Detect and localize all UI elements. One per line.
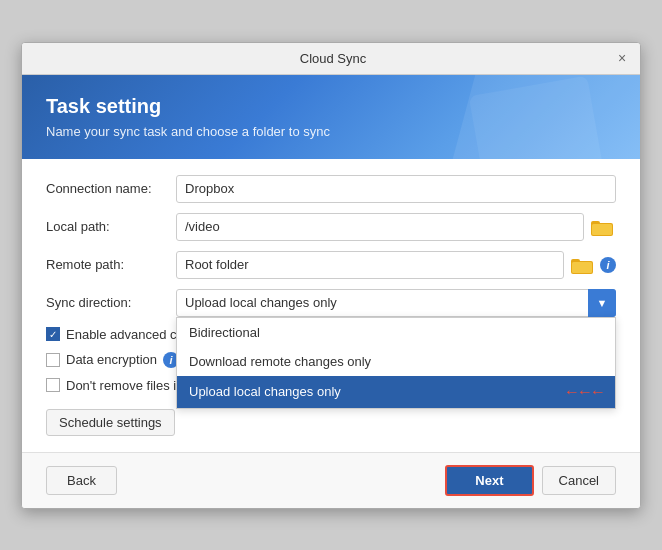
remote-path-field: i <box>176 251 616 279</box>
header-title: Task setting <box>46 95 616 118</box>
back-button[interactable]: Back <box>46 466 117 495</box>
cloud-sync-window: Cloud Sync × Task setting Name your sync… <box>21 42 641 509</box>
chevron-down-icon[interactable]: ▼ <box>588 289 616 317</box>
dropdown-option-upload-only[interactable]: Upload local changes only ←←← <box>177 376 615 408</box>
local-path-row: Local path: <box>46 213 616 241</box>
footer-right-buttons: Next Cancel <box>445 465 616 496</box>
remote-path-row: Remote path: i <box>46 251 616 279</box>
connection-name-row: Connection name: <box>46 175 616 203</box>
close-icon[interactable]: × <box>614 50 630 66</box>
dropdown-option-bidirectional[interactable]: Bidirectional <box>177 318 615 347</box>
remote-path-info-icon[interactable]: i <box>600 257 616 273</box>
connection-name-label: Connection name: <box>46 181 176 196</box>
sync-direction-label: Sync direction: <box>46 295 176 310</box>
svg-rect-5 <box>572 262 592 273</box>
data-encryption-label: Data encryption <box>66 352 157 367</box>
sync-direction-field: Upload local changes only ▼ Bidirectiona… <box>176 289 616 317</box>
data-encryption-checkbox[interactable] <box>46 353 60 367</box>
cancel-button[interactable]: Cancel <box>542 466 616 495</box>
footer: Back Next Cancel <box>22 452 640 508</box>
header-subtitle: Name your sync task and choose a folder … <box>46 124 616 139</box>
sync-direction-dropdown: Bidirectional Download remote changes on… <box>176 317 616 409</box>
remote-path-input[interactable] <box>176 251 564 279</box>
dropdown-option-download-only[interactable]: Download remote changes only <box>177 347 615 376</box>
local-path-label: Local path: <box>46 219 176 234</box>
local-path-input[interactable] <box>176 213 584 241</box>
folder-icon <box>571 256 593 274</box>
header-banner: Task setting Name your sync task and cho… <box>22 75 640 159</box>
sync-direction-value[interactable]: Upload local changes only <box>176 289 616 317</box>
local-path-field <box>176 213 616 241</box>
form-content: Connection name: Local path: Re <box>22 159 640 452</box>
svg-rect-2 <box>592 224 612 235</box>
schedule-settings-button[interactable]: Schedule settings <box>46 409 175 436</box>
next-button[interactable]: Next <box>445 465 533 496</box>
titlebar: Cloud Sync × <box>22 43 640 75</box>
selection-arrow-icon: ←←← <box>564 383 603 401</box>
connection-name-input[interactable] <box>176 175 616 203</box>
sync-direction-select[interactable]: Upload local changes only ▼ Bidirectiona… <box>176 289 616 317</box>
dont-remove-files-checkbox[interactable] <box>46 378 60 392</box>
connection-name-field <box>176 175 616 203</box>
advanced-consistency-checkbox[interactable] <box>46 327 60 341</box>
window-title: Cloud Sync <box>52 51 614 66</box>
remote-path-folder-button[interactable] <box>568 251 596 279</box>
sync-direction-row: Sync direction: Upload local changes onl… <box>46 289 616 317</box>
remote-path-label: Remote path: <box>46 257 176 272</box>
local-path-folder-button[interactable] <box>588 213 616 241</box>
data-encryption-wrapper: Data encryption i <box>46 352 179 368</box>
folder-icon <box>591 218 613 236</box>
